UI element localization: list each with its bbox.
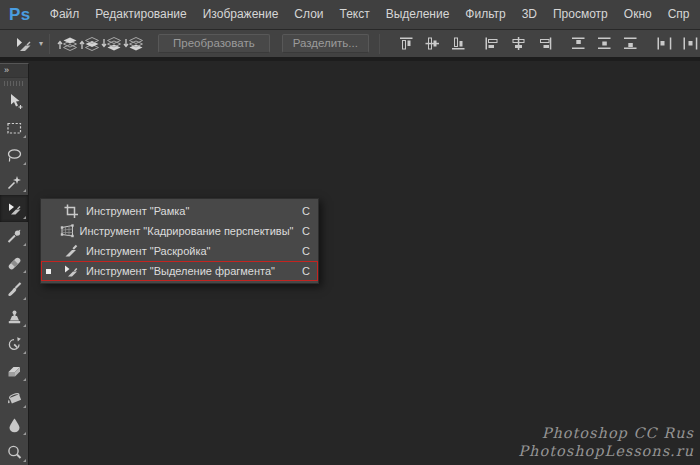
transform-button[interactable]: Преобразовать — [158, 34, 270, 53]
send-backward-button[interactable] — [100, 33, 122, 55]
distribute-group-vertical — [566, 33, 644, 55]
menu-view[interactable]: Просмотр — [545, 0, 616, 29]
menu-edit[interactable]: Редактирование — [87, 0, 194, 29]
tool-lasso[interactable] — [0, 141, 28, 168]
align-vertical-centers-button[interactable] — [420, 33, 446, 55]
flyout-item-label: Инструмент "Рамка" — [83, 205, 290, 217]
menu-help[interactable]: Спр — [660, 0, 698, 29]
watermark-line2: PhotoshopLessons.ru — [518, 442, 694, 460]
tool-panel: » — [0, 63, 29, 465]
flyout-item-shortcut: C — [293, 225, 318, 237]
watermark-line1: Photoshop CC Rus — [518, 424, 694, 442]
distribute-top-button[interactable] — [566, 33, 592, 55]
divide-button[interactable]: Разделить... — [282, 34, 369, 53]
slice-select-icon — [12, 35, 36, 53]
send-to-back-button[interactable] — [122, 33, 144, 55]
distribute-bottom-button[interactable] — [618, 33, 644, 55]
tool-rectangular-marquee[interactable] — [0, 114, 28, 141]
crop-icon — [59, 203, 83, 219]
tool-clone-stamp[interactable] — [0, 303, 28, 330]
align-left-button[interactable] — [480, 33, 506, 55]
menu-type[interactable]: Текст — [332, 0, 378, 29]
tool-eyedropper[interactable] — [0, 222, 28, 249]
watermark: Photoshop CC Rus PhotoshopLessons.ru — [518, 424, 694, 460]
distribute-vertical-centers-button[interactable] — [592, 33, 618, 55]
align-horizontal-centers-button[interactable] — [506, 33, 532, 55]
flyout-item-label: Инструмент "Кадрирование перспективы" — [77, 225, 294, 237]
tool-eraser[interactable] — [0, 357, 28, 384]
bring-forward-button[interactable] — [78, 33, 100, 55]
divider — [379, 34, 380, 54]
divider — [49, 34, 50, 54]
slice-select-icon — [59, 263, 83, 279]
distribute-group-horizontal — [652, 33, 700, 55]
flyout-item-label: Инструмент "Раскройка" — [83, 245, 290, 257]
flyout-item-perspective-crop[interactable]: Инструмент "Кадрирование перспективы" C — [41, 221, 318, 241]
align-group-vertical — [394, 33, 472, 55]
distribute-horizontal-centers-button[interactable] — [678, 33, 700, 55]
align-group-horizontal — [480, 33, 558, 55]
menu-bar: Ps Файл Редактирование Изображение Слои … — [0, 0, 700, 30]
tool-history-brush[interactable] — [0, 330, 28, 357]
tool-spot-healing-brush[interactable] — [0, 249, 28, 276]
flyout-item-slice-select[interactable]: Инструмент "Выделение фрагмента" C — [41, 261, 318, 281]
flyout-item-label: Инструмент "Выделение фрагмента" — [83, 265, 290, 277]
tool-magic-wand[interactable] — [0, 168, 28, 195]
menu-select[interactable]: Выделение — [378, 0, 458, 29]
flyout-item-crop[interactable]: Инструмент "Рамка" C — [41, 201, 318, 221]
tool-panel-grip[interactable] — [4, 81, 24, 86]
menu-3d[interactable]: 3D — [514, 0, 545, 29]
bring-to-front-button[interactable] — [56, 33, 78, 55]
flyout-item-shortcut: C — [290, 265, 318, 277]
flyout-item-shortcut: C — [290, 205, 318, 217]
slice-tools-flyout-menu: Инструмент "Рамка" C Инструмент "Кадриро… — [40, 198, 319, 284]
tool-blur[interactable] — [0, 411, 28, 438]
flyout-item-shortcut: C — [290, 245, 318, 257]
align-right-button[interactable] — [532, 33, 558, 55]
menu-layers[interactable]: Слои — [286, 0, 331, 29]
options-bar: ▾ — [0, 30, 700, 61]
distribute-left-button[interactable] — [652, 33, 678, 55]
current-tool-bullet — [41, 269, 59, 274]
perspective-crop-icon — [57, 223, 77, 239]
photoshop-logo: Ps — [0, 5, 42, 25]
menu-filter[interactable]: Фильтр — [457, 0, 513, 29]
tool-paint-bucket[interactable] — [0, 384, 28, 411]
chevron-down-icon: ▾ — [39, 39, 43, 48]
active-tool-preset[interactable]: ▾ — [12, 35, 43, 53]
slice-icon — [59, 243, 83, 259]
menu-file[interactable]: Файл — [42, 0, 88, 29]
tool-dodge[interactable] — [0, 438, 28, 465]
align-bottom-button[interactable] — [446, 33, 472, 55]
menu-image[interactable]: Изображение — [195, 0, 287, 29]
menu-window[interactable]: Окно — [616, 0, 660, 29]
collapse-panel-button[interactable]: » — [0, 64, 28, 78]
collapse-arrows-icon: » — [4, 65, 8, 75]
align-top-button[interactable] — [394, 33, 420, 55]
tool-move[interactable] — [0, 87, 28, 114]
tool-brush[interactable] — [0, 276, 28, 303]
tool-slice-select[interactable] — [0, 195, 28, 222]
flyout-item-slice[interactable]: Инструмент "Раскройка" C — [41, 241, 318, 261]
